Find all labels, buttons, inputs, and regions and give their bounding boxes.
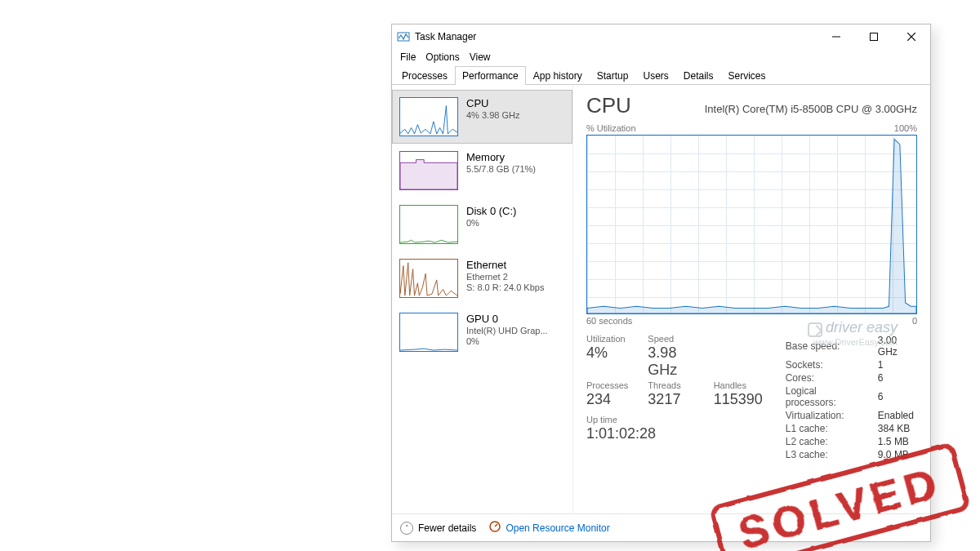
footer: ˄ Fewer details Open Resource Monitor bbox=[392, 513, 930, 541]
svg-marker-5 bbox=[400, 160, 457, 189]
spec-key: L3 cache: bbox=[786, 448, 878, 461]
handles-value: 115390 bbox=[714, 391, 763, 408]
svg-rect-2 bbox=[871, 33, 878, 41]
tab-performance[interactable]: Performance bbox=[455, 66, 526, 85]
sidebar-item-sub: Intel(R) UHD Grap... bbox=[466, 326, 548, 335]
spec-value: Enabled bbox=[878, 409, 917, 422]
sidebar-item-gpu[interactable]: GPU 0 Intel(R) UHD Grap... 0% bbox=[392, 305, 572, 359]
tab-services[interactable]: Services bbox=[721, 66, 773, 85]
uptime-label: Up time bbox=[586, 415, 763, 424]
sidebar-item-ethernet[interactable]: Ethernet Ethernet 2 S: 8.0 R: 24.0 Kbps bbox=[392, 251, 572, 305]
hardware-name: Intel(R) Core(TM) i5-8500B CPU @ 3.00GHz bbox=[705, 103, 917, 115]
tab-startup[interactable]: Startup bbox=[590, 66, 636, 85]
task-manager-window: Task Manager File Options View Processes… bbox=[391, 24, 931, 542]
spec-value: 384 KB bbox=[878, 422, 917, 435]
utilization-value: 4% bbox=[586, 344, 628, 362]
sidebar-item-sub: 5.5/7.8 GB (71%) bbox=[466, 164, 536, 174]
fewer-details-label: Fewer details bbox=[418, 522, 476, 534]
sidebar-item-label: GPU 0 bbox=[466, 313, 548, 325]
menu-options[interactable]: Options bbox=[422, 50, 462, 64]
spec-value: 3.00 GHz bbox=[878, 334, 917, 358]
chart-xlabel-left: 60 seconds bbox=[586, 316, 632, 326]
open-resource-monitor-link[interactable]: Open Resource Monitor bbox=[489, 521, 609, 535]
ethernet-thumb-chart bbox=[399, 259, 458, 298]
chart-ylabel: % Utilization bbox=[586, 123, 636, 133]
chart-ymax: 100% bbox=[894, 123, 917, 133]
maximize-button[interactable] bbox=[855, 24, 893, 49]
cpu-utilization-chart bbox=[586, 135, 917, 314]
threads-label: Threads bbox=[648, 380, 693, 390]
spec-key: Sockets: bbox=[786, 358, 878, 371]
tab-strip: Processes Performance App history Startu… bbox=[392, 65, 930, 85]
tab-details[interactable]: Details bbox=[676, 66, 721, 85]
tab-users[interactable]: Users bbox=[635, 66, 675, 85]
minimize-button[interactable] bbox=[817, 24, 855, 49]
spec-key: Logical processors: bbox=[786, 384, 878, 409]
processes-value: 234 bbox=[586, 391, 628, 408]
performance-sidebar: CPU 4% 3.98 GHz Memory 5.5/7.8 GB (71%) bbox=[392, 85, 573, 513]
spec-value: 1.5 MB bbox=[878, 435, 917, 448]
sidebar-item-memory[interactable]: Memory 5.5/7.8 GB (71%) bbox=[392, 144, 572, 198]
window-controls bbox=[817, 24, 930, 49]
sidebar-item-label: CPU bbox=[466, 97, 519, 109]
window-title: Task Manager bbox=[415, 31, 476, 42]
close-button[interactable] bbox=[893, 24, 930, 49]
open-resource-monitor-label: Open Resource Monitor bbox=[506, 522, 609, 534]
svg-marker-6 bbox=[587, 139, 916, 313]
titlebar: Task Manager bbox=[392, 24, 930, 49]
spec-key: Cores: bbox=[786, 371, 878, 384]
speed-label: Speed bbox=[648, 334, 693, 344]
utilization-label: Utilization bbox=[586, 334, 628, 344]
uptime-value: 1:01:02:28 bbox=[586, 425, 763, 442]
sidebar-item-sub2: S: 8.0 R: 24.0 Kbps bbox=[466, 282, 544, 292]
spec-key: L2 cache: bbox=[786, 435, 878, 448]
tab-processes[interactable]: Processes bbox=[394, 66, 455, 85]
svg-line-8 bbox=[495, 524, 497, 527]
tab-app-history[interactable]: App history bbox=[526, 66, 590, 85]
speed-value: 3.98 GHz bbox=[648, 344, 693, 379]
sidebar-item-label: Memory bbox=[466, 151, 536, 163]
spec-key: L1 cache: bbox=[786, 422, 878, 435]
processes-label: Processes bbox=[586, 380, 628, 390]
sidebar-item-sub2: 0% bbox=[466, 336, 548, 346]
sidebar-item-sub: Ethernet 2 bbox=[466, 272, 544, 282]
sidebar-item-disk[interactable]: Disk 0 (C:) 0% bbox=[392, 198, 572, 251]
cpu-thumb-chart bbox=[399, 97, 458, 136]
menu-bar: File Options View bbox=[392, 49, 930, 65]
cpu-spec-table: Base speed:3.00 GHz Sockets:1 Cores:6 Lo… bbox=[786, 334, 917, 461]
sidebar-item-sub: 0% bbox=[466, 218, 516, 228]
handles-label: Handles bbox=[714, 380, 763, 390]
task-manager-icon bbox=[397, 30, 410, 43]
menu-file[interactable]: File bbox=[397, 50, 419, 64]
chevron-up-icon: ˄ bbox=[400, 522, 413, 535]
sidebar-item-label: Ethernet bbox=[466, 259, 544, 271]
spec-value: 9.0 MB bbox=[878, 448, 917, 461]
cpu-detail-pane: CPU Intel(R) Core(TM) i5-8500B CPU @ 3.0… bbox=[573, 85, 930, 513]
gpu-thumb-chart bbox=[399, 313, 458, 352]
spec-value: 1 bbox=[878, 358, 917, 371]
spec-key: Virtualization: bbox=[786, 409, 878, 422]
detail-heading: CPU bbox=[586, 93, 631, 118]
sidebar-item-label: Disk 0 (C:) bbox=[466, 205, 516, 217]
threads-value: 3217 bbox=[648, 391, 693, 408]
spec-key: Base speed: bbox=[786, 334, 878, 358]
spec-value: 6 bbox=[878, 371, 917, 384]
fewer-details-button[interactable]: ˄ Fewer details bbox=[400, 522, 476, 535]
performance-body: CPU 4% 3.98 GHz Memory 5.5/7.8 GB (71%) bbox=[392, 85, 930, 513]
menu-view[interactable]: View bbox=[466, 50, 494, 64]
disk-thumb-chart bbox=[399, 205, 458, 244]
resource-monitor-icon bbox=[489, 521, 501, 535]
sidebar-item-cpu[interactable]: CPU 4% 3.98 GHz bbox=[392, 90, 572, 144]
chart-xlabel-right: 0 bbox=[912, 316, 917, 326]
memory-thumb-chart bbox=[399, 151, 458, 190]
sidebar-item-sub: 4% 3.98 GHz bbox=[466, 110, 519, 120]
spec-value: 6 bbox=[878, 384, 917, 409]
